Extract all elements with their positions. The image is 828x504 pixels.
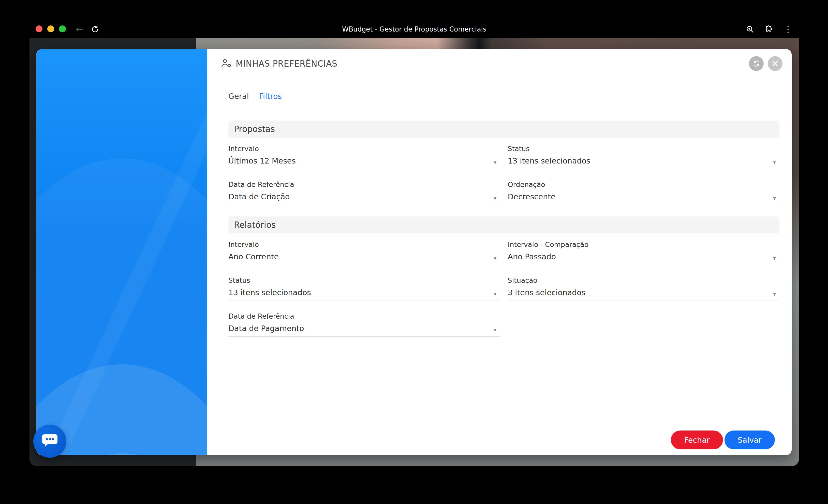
dropdown-select[interactable]: 13 itens selecionados▾ bbox=[508, 156, 780, 169]
dropdown-select[interactable]: Decrescente▾ bbox=[508, 192, 780, 205]
browser-titlebar: ← WBudget - Gestor de Propostas Comercia… bbox=[30, 20, 799, 38]
caret-down-icon: ▾ bbox=[773, 256, 776, 261]
backdrop-banner-photo bbox=[196, 38, 799, 49]
dropdown-select[interactable]: Ano Passado▾ bbox=[508, 252, 780, 265]
dropdown-value: 3 itens selecionados bbox=[508, 288, 586, 297]
reset-preferences-button[interactable] bbox=[749, 56, 764, 71]
close-modal-icon[interactable] bbox=[768, 56, 783, 71]
dropdown-value: Últimos 12 Meses bbox=[229, 156, 296, 165]
field-label: Situação bbox=[508, 277, 780, 284]
extensions-icon[interactable] bbox=[764, 25, 774, 34]
caret-down-icon: ▾ bbox=[494, 291, 496, 297]
caret-down-icon: ▾ bbox=[773, 196, 776, 201]
preferences-modal: MINHAS PREFERÊNCIAS GeralFiltros Propost… bbox=[36, 49, 792, 455]
form-field: Data de ReferênciaData de Criação▾ bbox=[229, 180, 500, 205]
dropdown-value: Data de Pagamento bbox=[229, 324, 304, 333]
dropdown-value: Data de Criação bbox=[229, 192, 290, 201]
caret-down-icon: ▾ bbox=[773, 160, 776, 165]
section-title: Relatórios bbox=[234, 220, 276, 230]
dropdown-select[interactable]: 3 itens selecionados▾ bbox=[508, 288, 780, 301]
field-label: Intervalo bbox=[229, 145, 500, 153]
chat-icon bbox=[41, 432, 59, 450]
dropdown-value: 13 itens selecionados bbox=[229, 288, 311, 297]
caret-down-icon: ▾ bbox=[494, 256, 496, 261]
form-field: OrdenaçãoDecrescente▾ bbox=[508, 180, 780, 205]
close-button[interactable]: Fechar bbox=[671, 430, 723, 449]
dropdown-value: 13 itens selecionados bbox=[508, 156, 590, 165]
dropdown-select[interactable]: Data de Criação▾ bbox=[229, 192, 500, 205]
save-button[interactable]: Salvar bbox=[724, 430, 775, 449]
dropdown-value: Ano Corrente bbox=[229, 252, 279, 261]
modal-content: MINHAS PREFERÊNCIAS GeralFiltros Propost… bbox=[207, 49, 792, 455]
field-label: Status bbox=[229, 277, 500, 284]
field-label: Data de Referência bbox=[229, 312, 500, 320]
section-header: Relatórios bbox=[229, 216, 779, 234]
section-header: Propostas bbox=[229, 121, 779, 137]
form-field: IntervaloAno Corrente▾ bbox=[229, 241, 500, 265]
modal-sections: PropostasIntervaloÚltimos 12 Meses▾Statu… bbox=[229, 121, 779, 348]
tab-geral[interactable]: Geral bbox=[229, 92, 249, 101]
caret-down-icon: ▾ bbox=[773, 291, 776, 297]
form-field: Data de ReferênciaData de Pagamento▾ bbox=[229, 312, 500, 337]
form-field: Situação3 itens selecionados▾ bbox=[508, 277, 780, 301]
form-field: Status13 itens selecionados▾ bbox=[508, 145, 780, 169]
dropdown-select[interactable]: Ano Corrente▾ bbox=[229, 252, 500, 265]
form-field: Intervalo - ComparaçãoAno Passado▾ bbox=[508, 241, 780, 265]
section-title: Propostas bbox=[234, 124, 275, 134]
caret-down-icon: ▾ bbox=[494, 196, 496, 201]
field-label: Status bbox=[508, 145, 780, 153]
page-title: WBudget - Gestor de Propostas Comerciais bbox=[30, 20, 799, 38]
form-field: IntervaloÚltimos 12 Meses▾ bbox=[229, 145, 500, 169]
modal-header: MINHAS PREFERÊNCIAS bbox=[220, 58, 337, 70]
dropdown-select[interactable]: Data de Pagamento▾ bbox=[229, 324, 500, 337]
dropdown-select[interactable]: Últimos 12 Meses▾ bbox=[229, 156, 500, 169]
chat-widget-button[interactable] bbox=[33, 425, 67, 458]
tab-filtros[interactable]: Filtros bbox=[259, 92, 282, 101]
dropdown-value: Decrescente bbox=[508, 192, 556, 201]
form-field: Status13 itens selecionados▾ bbox=[229, 277, 500, 301]
preferences-tabs: GeralFiltros bbox=[229, 92, 282, 101]
caret-down-icon: ▾ bbox=[494, 160, 496, 165]
dropdown-select[interactable]: 13 itens selecionados▾ bbox=[229, 288, 500, 301]
modal-title: MINHAS PREFERÊNCIAS bbox=[236, 59, 337, 69]
dropdown-value: Ano Passado bbox=[508, 252, 556, 261]
kebab-menu-icon[interactable]: ⋮ bbox=[784, 25, 792, 34]
browser-window: ← WBudget - Gestor de Propostas Comercia… bbox=[30, 20, 799, 466]
modal-blue-sidebar bbox=[36, 49, 207, 455]
field-label: Ordenação bbox=[508, 180, 780, 188]
caret-down-icon: ▾ bbox=[494, 327, 496, 333]
field-label: Data de Referência bbox=[229, 180, 500, 188]
field-label: Intervalo - Comparação bbox=[508, 241, 780, 248]
user-gear-icon bbox=[220, 58, 232, 70]
field-label: Intervalo bbox=[229, 241, 500, 248]
zoom-icon[interactable] bbox=[746, 25, 754, 34]
modal-footer: Fechar Salvar bbox=[671, 430, 775, 449]
